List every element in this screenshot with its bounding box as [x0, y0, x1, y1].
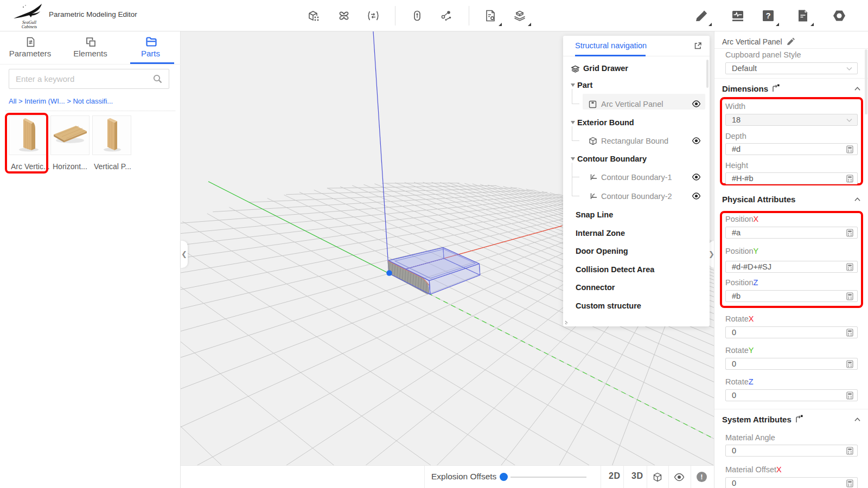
- svg-text:?: ?: [765, 11, 770, 20]
